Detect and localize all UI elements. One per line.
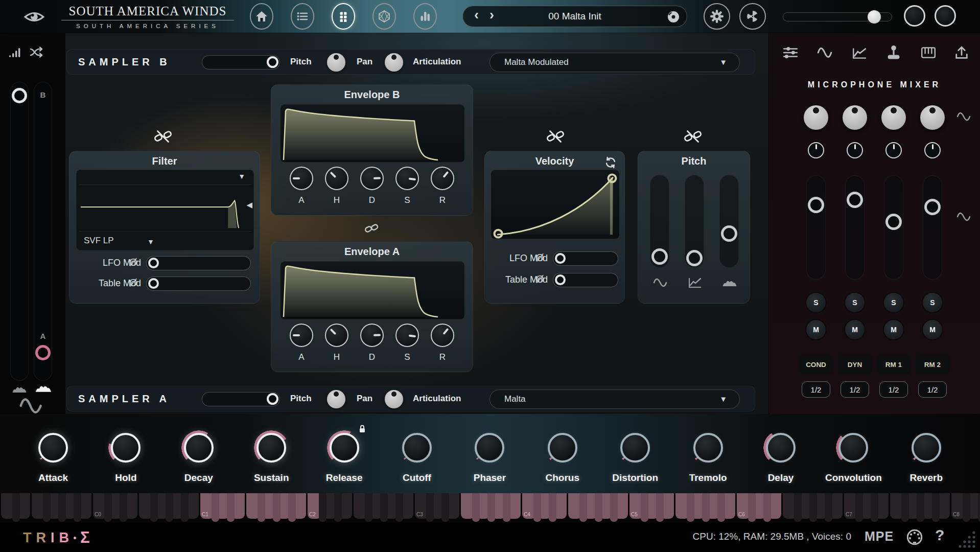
- solo-button-2[interactable]: S: [845, 293, 865, 312]
- piano-key-black[interactable]: [43, 493, 51, 522]
- pitch-table-icon[interactable]: [721, 278, 738, 287]
- sampler-a-pan-knob[interactable]: [385, 390, 403, 408]
- piano-key-black[interactable]: [181, 493, 189, 522]
- piano-key-black[interactable]: [273, 493, 281, 522]
- main-view-button[interactable]: [332, 3, 355, 30]
- velocity-table-mod-slider[interactable]: [553, 273, 618, 287]
- piano-key-black[interactable]: [687, 493, 694, 522]
- mixer-volume-handle-2[interactable]: [847, 192, 863, 208]
- solo-button-1[interactable]: S: [806, 293, 826, 312]
- morph-handle-left[interactable]: [12, 88, 27, 103]
- master-volume-slider[interactable]: [783, 12, 892, 21]
- half-button-2[interactable]: 1/2: [841, 381, 869, 398]
- settings-button[interactable]: [704, 3, 730, 30]
- master-knob-2[interactable]: [935, 5, 956, 27]
- fx-knob-hold[interactable]: Hold: [106, 429, 145, 494]
- pitch-slider-2[interactable]: [685, 175, 704, 268]
- pitch-unlink-icon[interactable]: [683, 128, 703, 145]
- piano-key-black[interactable]: [825, 493, 832, 522]
- preset-list-button[interactable]: [291, 3, 314, 30]
- solo-button-3[interactable]: S: [884, 293, 903, 312]
- velocity-lfo-mod-slider[interactable]: [553, 251, 618, 266]
- mute-button-4[interactable]: M: [923, 320, 942, 339]
- mixer-pan-knob-3[interactable]: [881, 105, 906, 130]
- mixer-pan-knob-1[interactable]: [804, 105, 828, 130]
- master-knob-1[interactable]: [904, 5, 925, 27]
- fx-knob-distortion[interactable]: Distortion: [616, 429, 655, 494]
- pitch-slider-handle-3[interactable]: [721, 225, 737, 242]
- mute-button-1[interactable]: M: [806, 320, 826, 339]
- piano-key-black[interactable]: [334, 493, 342, 522]
- piano-key-black[interactable]: [258, 493, 265, 522]
- shuffle-icon[interactable]: [30, 45, 45, 59]
- env-a-knob-d[interactable]: [360, 324, 384, 347]
- piano-key-black[interactable]: [395, 493, 403, 522]
- mic-type-button-1[interactable]: COND: [799, 355, 833, 374]
- table-b-icon[interactable]: [32, 382, 55, 393]
- piano-key-black[interactable]: [487, 493, 495, 522]
- mpe-badge[interactable]: MPE: [865, 529, 894, 544]
- piano-key-black[interactable]: [901, 493, 909, 522]
- mixer-width-knob-3[interactable]: [885, 142, 902, 158]
- solo-button-4[interactable]: S: [923, 293, 942, 312]
- save-preset-button[interactable]: [666, 10, 681, 24]
- piano-key-black[interactable]: [503, 493, 510, 522]
- resize-grip-icon[interactable]: [954, 530, 977, 550]
- mixer-sine-icon-1[interactable]: [956, 111, 971, 122]
- piano-key-black[interactable]: [717, 493, 725, 522]
- piano-key-black[interactable]: [380, 493, 388, 522]
- pitch-lfo-icon[interactable]: [652, 277, 668, 288]
- piano-key-black[interactable]: [641, 493, 648, 522]
- midi-icon[interactable]: [905, 528, 924, 546]
- randomize-button[interactable]: [739, 3, 766, 30]
- env-a-knob-h[interactable]: [325, 324, 348, 347]
- mixer-volume-slider-4[interactable]: [923, 175, 942, 280]
- mute-button-3[interactable]: M: [884, 320, 903, 339]
- piano-key-black[interactable]: [533, 493, 541, 522]
- envelope-b-graph[interactable]: [281, 104, 464, 163]
- piano-key-black[interactable]: [58, 493, 66, 522]
- piano-key-black[interactable]: [104, 493, 112, 522]
- mute-button-2[interactable]: M: [845, 320, 865, 339]
- fx-knob-decay[interactable]: Decay: [179, 429, 218, 494]
- piano-key-black[interactable]: [871, 493, 878, 522]
- sampler-a-volume-handle[interactable]: [267, 393, 278, 405]
- velocity-table-phase-toggle[interactable]: Ø: [536, 273, 544, 285]
- piano-key-black[interactable]: [656, 493, 664, 522]
- sampler-b-pan-knob[interactable]: [385, 53, 403, 72]
- env-a-knob-s[interactable]: [395, 324, 419, 347]
- piano-key-black[interactable]: [549, 493, 556, 522]
- mixer-sine-icon-2[interactable]: [956, 211, 971, 222]
- export-icon[interactable]: [953, 44, 970, 61]
- filter-unlink-icon[interactable]: [153, 128, 173, 145]
- piano-key-black[interactable]: [472, 493, 480, 522]
- fx-knob-reverb[interactable]: Reverb: [907, 429, 946, 494]
- env-b-knob-r[interactable]: [431, 167, 454, 190]
- piano-key-black[interactable]: [227, 493, 235, 522]
- mic-type-button-4[interactable]: RM 2: [915, 355, 950, 374]
- piano-key-black[interactable]: [794, 493, 802, 522]
- filter-cutoff-marker[interactable]: ◀: [246, 200, 252, 210]
- sampler-a-pitch-knob[interactable]: [327, 390, 345, 408]
- preset-name[interactable]: 00 Malta Init: [463, 11, 687, 22]
- mixer-volume-handle-3[interactable]: [885, 214, 902, 230]
- morph-slider-left[interactable]: [10, 82, 29, 381]
- half-button-3[interactable]: 1/2: [879, 381, 908, 398]
- piano-key-black[interactable]: [212, 493, 219, 522]
- env-b-knob-s[interactable]: [395, 167, 419, 190]
- mixer-pan-knob-2[interactable]: [843, 105, 867, 130]
- piano-key-black[interactable]: [365, 493, 372, 522]
- filter-type-value[interactable]: SVF LP: [84, 236, 114, 246]
- env-b-knob-h[interactable]: [325, 167, 348, 190]
- filter-graph[interactable]: ◀: [79, 185, 251, 232]
- piano-key-black[interactable]: [855, 493, 863, 522]
- piano-key-black[interactable]: [963, 493, 970, 522]
- mixer-volume-slider-2[interactable]: [845, 175, 865, 280]
- filter-table-mod-slider[interactable]: [146, 277, 251, 291]
- pitch-slider-1[interactable]: [650, 175, 669, 268]
- fx-knob-convolution[interactable]: Convolution: [834, 429, 873, 494]
- env-a-knob-r[interactable]: [431, 324, 454, 347]
- velocity-unlink-icon[interactable]: [546, 128, 565, 145]
- filter-lfo-mod-slider[interactable]: [146, 256, 251, 270]
- master-volume-handle[interactable]: [868, 10, 881, 24]
